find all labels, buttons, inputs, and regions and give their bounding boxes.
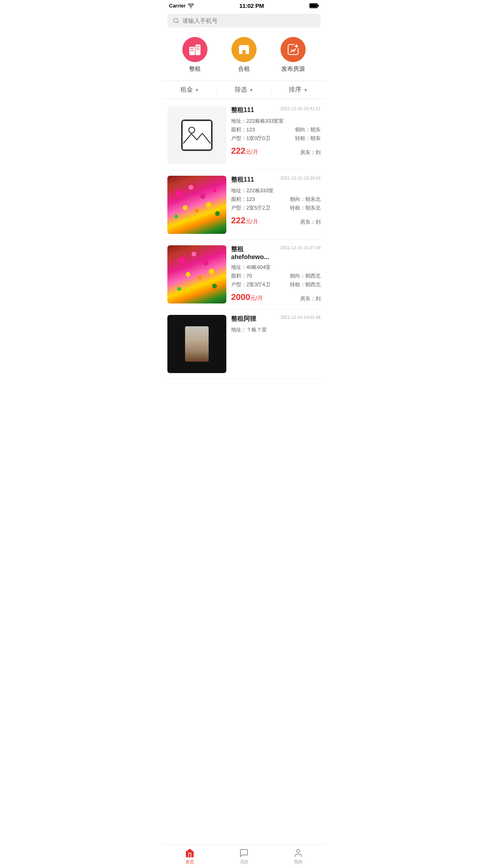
- publish-icon-bg: [281, 37, 306, 62]
- listing-layout-row: 户型：2室5厅2卫 转租：朝东北: [231, 204, 321, 212]
- listing-card[interactable]: 整租111 2021-12-20 23:41:51 地址：222栋栋333室室 …: [163, 101, 325, 170]
- listing-area-row: 面积：123 朝向：朝东北: [231, 195, 321, 204]
- listing-title: 整租ahefohewo...: [231, 245, 279, 261]
- price-landlord-row: 2000元/月 房东：刘: [231, 291, 321, 302]
- flower-image: [167, 176, 226, 234]
- listing-landlord: 房东：刘: [300, 295, 321, 302]
- svg-line-4: [177, 22, 178, 23]
- listing-orientation: 朝向：朝西北: [290, 272, 321, 280]
- category-hezu[interactable]: 合租: [231, 37, 257, 73]
- listing-orientation: 朝向：朝东: [295, 125, 321, 134]
- svg-rect-8: [192, 48, 193, 49]
- svg-rect-9: [191, 50, 192, 51]
- hezu-icon-bg: [231, 37, 257, 62]
- status-time: 11:02 PM: [239, 2, 264, 9]
- svg-rect-11: [197, 46, 198, 48]
- svg-rect-6: [196, 44, 201, 55]
- svg-rect-2: [310, 4, 317, 8]
- listing-card[interactable]: 整租阿狸 2021-12-14 14:01:48 地址：？栋？室: [163, 309, 325, 379]
- listing-info: 整租ahefohewo... 2021-12-15 15:27:49 地址：40…: [231, 245, 321, 303]
- listing-address: 地址：40栋604室: [231, 263, 321, 272]
- listing-date: 2021-12-20 23:29:02: [281, 176, 321, 180]
- flower-image2: [167, 245, 226, 303]
- listing-layout: 户型：2室5厅2卫: [231, 204, 270, 212]
- svg-rect-14: [198, 48, 200, 50]
- listing-title: 整租111: [231, 106, 254, 114]
- filter-bar: 租金 ▼ 筛选 ▼ 排序 ▼: [163, 81, 325, 99]
- listing-list: 整租111 2021-12-20 23:41:51 地址：222栋栋333室室 …: [163, 101, 325, 410]
- hezu-label: 合租: [238, 65, 250, 73]
- svg-rect-1: [318, 5, 319, 7]
- listing-image-flower2: [167, 245, 226, 303]
- building-icon: [188, 43, 202, 56]
- filter-screen[interactable]: 筛选 ▼: [217, 86, 271, 94]
- listing-info: 整租111 2021-12-20 23:41:51 地址：222栋栋333室室 …: [231, 106, 321, 164]
- listing-info: 整租阿狸 2021-12-14 14:01:48 地址：？栋？室: [231, 315, 321, 373]
- search-input[interactable]: [182, 17, 315, 24]
- carrier-label: Carrier: [169, 3, 186, 9]
- chevron-down-icon: ▼: [303, 88, 308, 92]
- svg-rect-10: [192, 50, 193, 51]
- shop-icon: [237, 43, 251, 56]
- listing-card[interactable]: 整租111 2021-12-20 23:29:02 地址：222栋333室 面积…: [163, 170, 325, 240]
- dark-image: [167, 315, 226, 373]
- image-placeholder-icon: [181, 120, 213, 151]
- price-landlord-row: 222元/月 房东：刘: [231, 214, 321, 226]
- dark-thumb: [185, 326, 209, 362]
- category-publish[interactable]: 发布房源: [281, 37, 306, 73]
- listing-area: 面积：70: [231, 272, 252, 280]
- status-left: Carrier: [169, 3, 194, 9]
- categories-section: 整租 合租 发布房源: [163, 33, 325, 81]
- filter-rent[interactable]: 租金 ▼: [163, 86, 217, 94]
- status-right: [309, 3, 319, 8]
- listing-image-placeholder: [167, 106, 226, 164]
- publish-label: 发布房源: [281, 65, 305, 73]
- listing-address: 地址：222栋栋333室室: [231, 117, 321, 125]
- category-zhengzu[interactable]: 整租: [182, 37, 207, 73]
- listing-area: 面积：123: [231, 125, 255, 134]
- listing-landlord: 房东：刘: [300, 219, 321, 226]
- listing-layout: 户型：1室0厅0卫: [231, 134, 270, 143]
- listing-layout: 户型：2室3厅4卫: [231, 280, 270, 289]
- chevron-down-icon: ▼: [249, 88, 253, 92]
- zhengzu-label: 整租: [189, 65, 201, 73]
- listing-address: 地址：？栋？室: [231, 326, 321, 334]
- listing-info: 整租111 2021-12-20 23:29:02 地址：222栋333室 面积…: [231, 176, 321, 234]
- listing-sublease: 转租：朝东北: [290, 204, 321, 212]
- listing-area: 面积：123: [231, 195, 255, 204]
- filter-sort[interactable]: 排序 ▼: [272, 86, 325, 94]
- zhengzu-icon-bg: [182, 37, 207, 62]
- listing-sublease: 转租：朝西北: [290, 280, 321, 289]
- listing-price: 2000元/月: [231, 292, 263, 302]
- search-icon: [173, 17, 179, 24]
- listing-image-dark: [167, 315, 226, 373]
- listing-card[interactable]: 整租ahefohewo... 2021-12-15 15:27:49 地址：40…: [163, 240, 325, 309]
- wifi-icon: [188, 4, 194, 8]
- listing-price: 222元/月: [231, 215, 258, 226]
- listing-title: 整租阿狸: [231, 315, 256, 323]
- listing-date: 2021-12-15 15:27:49: [281, 245, 321, 250]
- publish-icon: [286, 43, 300, 56]
- listing-layout-row: 户型：1室0厅0卫 转租：朝东: [231, 134, 321, 143]
- search-bar[interactable]: [167, 14, 321, 28]
- battery-icon: [309, 3, 319, 8]
- svg-rect-7: [191, 48, 192, 49]
- listing-address: 地址：222栋333室: [231, 186, 321, 195]
- filter-screen-label: 筛选: [235, 86, 247, 94]
- listing-price: 222元/月: [231, 146, 258, 156]
- filter-rent-label: 租金: [180, 86, 193, 94]
- svg-rect-12: [198, 46, 200, 48]
- listing-date: 2021-12-20 23:41:51: [281, 106, 321, 111]
- listing-orientation: 朝向：朝东北: [290, 195, 321, 204]
- svg-rect-15: [242, 50, 246, 54]
- listing-area-row: 面积：123 朝向：朝东: [231, 125, 321, 134]
- svg-rect-13: [197, 48, 198, 50]
- svg-rect-18: [182, 121, 212, 150]
- listing-image-flower: [167, 176, 226, 234]
- listing-area-row: 面积：70 朝向：朝西北: [231, 272, 321, 280]
- status-bar: Carrier 11:02 PM: [163, 0, 325, 11]
- price-landlord-row: 222元/月 房东：刘: [231, 144, 321, 156]
- chevron-down-icon: ▼: [195, 88, 199, 92]
- filter-sort-label: 排序: [289, 86, 301, 94]
- listing-date: 2021-12-14 14:01:48: [281, 315, 321, 320]
